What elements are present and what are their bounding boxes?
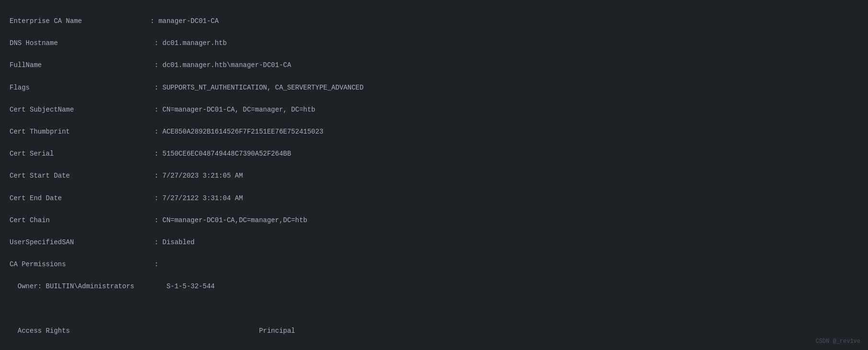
label-cert-end-date: Cert End Date [10,194,62,202]
colon-cert-chain: : [50,216,162,224]
value-dns-hostname: dc01.manager.htb [162,39,226,47]
value-owner: Owner: BUILTIN\Administrators S-1-5-32-5… [10,282,214,290]
line-cert-start-date: Cert Start Date : 7/27/2023 3:21:05 AM [10,170,858,181]
line-cert-end-date: Cert End Date : 7/27/2122 3:31:04 AM [10,193,858,204]
line-dns-hostname: DNS Hostname : dc01.manager.htb [10,38,858,49]
value-enterprise-ca: manager-DC01-CA [158,17,219,25]
label-cert-chain: Cert Chain [10,216,50,224]
colon-cert-start-date: : [70,172,162,180]
terminal-output: Enterprise CA Name : manager-DC01-CA DNS… [10,5,858,350]
colon-enterprise-ca: : [82,17,158,25]
access-rights-label: Access Rights [10,327,259,335]
line-ca-permissions: CA Permissions : [10,259,858,270]
colon-dns: : [58,39,162,47]
value-cert-serial: 5150CE6EC048749448C7390A52F264BB [162,150,291,158]
colon-cert-thumbprint: : [70,128,162,135]
principal-label: Principal [259,327,295,335]
colon-cert-subjectname: : [74,106,162,113]
colon-cert-serial: : [54,150,162,158]
line-cert-serial: Cert Serial : 5150CE6EC048749448C7390A52… [10,148,858,159]
colon-ca-permissions: : [66,260,158,268]
value-fullname: dc01.manager.htb\manager-DC01-CA [162,61,291,69]
label-cert-thumbprint: Cert Thumbprint [10,128,70,135]
line-cert-subjectname: Cert SubjectName : CN=manager-DC01-CA, D… [10,104,858,115]
label-enterprise-ca: Enterprise CA Name [10,17,82,25]
colon-user-specified-san: : [74,238,162,246]
value-cert-thumbprint: ACE850A2892B1614526F7F2151EE76E752415023 [162,128,323,135]
label-ca-permissions: CA Permissions [10,260,66,268]
value-user-specified-san: Disabled [162,238,194,246]
value-flags: SUPPORTS_NT_AUTHENTICATION, CA_SERVERTYP… [162,84,363,91]
line-cert-chain: Cert Chain : CN=manager-DC01-CA,DC=manag… [10,215,858,226]
label-cert-serial: Cert Serial [10,150,54,158]
colon-cert-end-date: : [62,194,162,202]
line-enterprise-ca: Enterprise CA Name : manager-DC01-CA [10,16,858,27]
line-access-rights-header: Access Rights Principal [10,326,858,337]
line-blank2 [10,348,858,350]
value-cert-chain: CN=manager-DC01-CA,DC=manager,DC=htb [162,216,307,224]
colon-flags: : [30,84,162,91]
line-blank1 [10,304,858,315]
line-user-specified-san: UserSpecifiedSAN : Disabled [10,237,858,248]
value-cert-end-date: 7/27/2122 3:31:04 AM [162,194,243,202]
line-owner: Owner: BUILTIN\Administrators S-1-5-32-5… [10,281,858,292]
line-fullname: FullName : dc01.manager.htb\manager-DC01… [10,60,858,71]
value-cert-subjectname: CN=manager-DC01-CA, DC=manager, DC=htb [162,106,315,113]
label-flags: Flags [10,84,30,91]
line-cert-thumbprint: Cert Thumbprint : ACE850A2892B1614526F7F… [10,126,858,137]
label-dns-hostname: DNS Hostname [10,39,58,47]
label-fullname: FullName [10,61,42,69]
label-cert-subjectname: Cert SubjectName [10,106,74,113]
line-flags: Flags : SUPPORTS_NT_AUTHENTICATION, CA_S… [10,82,858,93]
colon-fullname: : [42,61,162,69]
label-user-specified-san: UserSpecifiedSAN [10,238,74,246]
label-cert-start-date: Cert Start Date [10,172,70,180]
value-cert-start-date: 7/27/2023 3:21:05 AM [162,172,243,180]
watermark: CSDN @_rev1ve [815,337,860,346]
